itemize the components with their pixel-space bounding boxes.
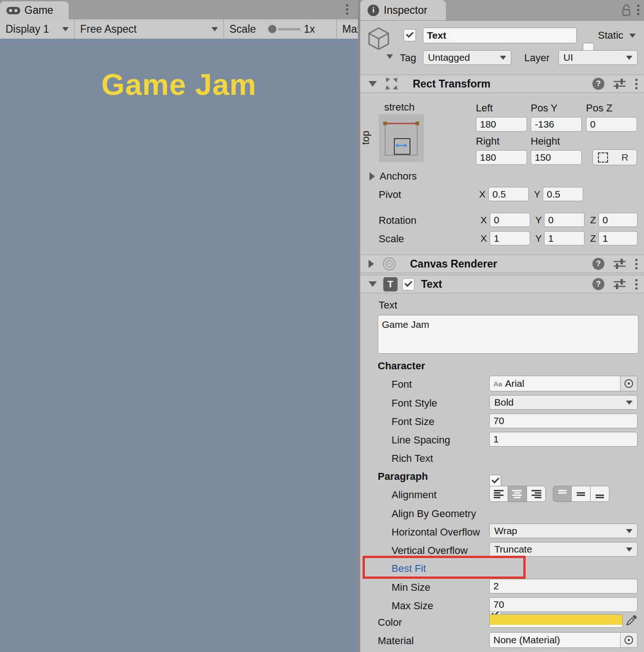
presets-icon[interactable]: [613, 77, 626, 90]
horizontal-overflow-value: Wrap: [494, 525, 517, 536]
rect-transform-header[interactable]: Rect Transform ?: [360, 75, 644, 93]
rotation-y-field[interactable]: 0: [544, 213, 585, 227]
raw-edit-mode-button[interactable]: R: [613, 149, 637, 165]
object-picker-button[interactable]: [620, 633, 637, 647]
scale-label: Scale: [379, 233, 404, 245]
presets-icon[interactable]: [613, 257, 626, 270]
best-fit-label: Best Fit: [392, 563, 426, 575]
eyedropper-icon[interactable]: [626, 614, 638, 626]
inspector-menu-kebab-icon[interactable]: [637, 5, 639, 15]
color-alpha-bar: [490, 625, 622, 627]
rect-transform-tool-icon: [384, 76, 399, 91]
text-value-textarea[interactable]: Game Jam: [378, 315, 638, 354]
canvas-renderer-header[interactable]: Canvas Renderer ?: [360, 255, 644, 273]
help-icon[interactable]: ?: [592, 78, 604, 90]
pivot-y-field[interactable]: 0.5: [543, 187, 583, 201]
alignment-label: Alignment: [392, 489, 437, 501]
posz-field[interactable]: 0: [586, 117, 637, 132]
max-size-field[interactable]: 70: [489, 597, 638, 612]
rotation-z-field[interactable]: 0: [598, 213, 638, 227]
tab-game[interactable]: Game: [0, 1, 69, 19]
maximize-button[interactable]: Max: [337, 19, 358, 39]
align-by-geometry-label: Align By Geometry: [392, 508, 476, 520]
text-component-title: Text: [421, 278, 442, 291]
height-field[interactable]: 150: [531, 150, 582, 165]
max-size-label: Max Size: [392, 600, 433, 612]
rotation-y-label: Y: [535, 215, 542, 226]
align-bottom-button[interactable]: [591, 486, 609, 502]
help-icon[interactable]: ?: [592, 258, 604, 270]
right-field[interactable]: 180: [476, 150, 527, 165]
font-style-value: Bold: [494, 397, 514, 408]
scale-slider-track[interactable]: [278, 28, 300, 30]
static-dropdown-icon[interactable]: [629, 34, 636, 38]
anchors-label: Anchors: [380, 170, 417, 182]
pivot-y-label: Y: [534, 189, 540, 200]
pivot-x-field[interactable]: 0.5: [488, 187, 529, 201]
align-top-button[interactable]: [553, 486, 572, 502]
layer-dropdown[interactable]: UI: [558, 50, 638, 65]
component-menu-kebab-icon[interactable]: [635, 259, 638, 269]
left-label: Left: [476, 102, 493, 114]
material-object-field[interactable]: None (Material): [489, 632, 638, 648]
text-enabled-checkbox[interactable]: [402, 278, 415, 291]
rotation-x-field[interactable]: 0: [490, 213, 530, 227]
align-center-button[interactable]: [508, 486, 527, 502]
color-swatch[interactable]: [489, 614, 623, 628]
gameobject-cube-icon: [366, 26, 391, 52]
line-spacing-field[interactable]: 1: [489, 432, 638, 447]
foldout-expanded-icon[interactable]: [369, 281, 377, 287]
horizontal-overflow-dropdown[interactable]: Wrap: [489, 524, 638, 538]
gameobject-icon-dropdown-icon[interactable]: [386, 54, 393, 59]
rect-transform-title: Rect Transform: [413, 78, 491, 90]
right-label: Right: [476, 135, 499, 147]
align-right-button[interactable]: [527, 486, 546, 502]
vertical-overflow-dropdown[interactable]: Truncate: [489, 542, 638, 557]
scale-z-field[interactable]: 1: [598, 231, 638, 245]
align-left-button[interactable]: [489, 486, 508, 502]
posz-label: Pos Z: [586, 102, 612, 114]
presets-icon[interactable]: [613, 278, 626, 291]
gameobject-name-field[interactable]: Text: [423, 28, 577, 43]
tab-inspector[interactable]: i Inspector: [360, 0, 446, 20]
canvas-renderer-title: Canvas Renderer: [410, 258, 497, 270]
foldout-collapsed-icon[interactable]: [369, 260, 374, 268]
font-style-dropdown[interactable]: Bold: [489, 395, 638, 410]
tag-dropdown[interactable]: Untagged: [423, 50, 511, 65]
font-size-field[interactable]: 70: [489, 413, 638, 428]
game-toolbar: Display 1 Free Aspect Scale 1x Max: [0, 19, 358, 39]
text-value-label: Text: [379, 299, 397, 311]
gameobject-active-checkbox[interactable]: [404, 29, 416, 41]
lock-open-icon[interactable]: [621, 4, 632, 17]
align-middle-button[interactable]: [572, 486, 591, 502]
object-picker-icon: [624, 635, 634, 645]
vertical-overflow-value: Truncate: [494, 544, 532, 555]
text-component-header[interactable]: T Text ?: [360, 275, 644, 293]
blueprint-mode-button[interactable]: [592, 149, 614, 165]
posy-label: Pos Y: [531, 102, 557, 114]
horizontal-alignment-group: [489, 486, 546, 502]
left-field[interactable]: 180: [476, 117, 527, 132]
font-value: Arial: [505, 378, 524, 389]
component-menu-kebab-icon[interactable]: [635, 279, 638, 290]
aspect-dropdown[interactable]: Free Aspect: [75, 19, 224, 39]
object-picker-icon: [624, 378, 634, 389]
rotation-z-label: Z: [590, 215, 596, 226]
font-object-field[interactable]: Aa Arial: [489, 376, 638, 391]
scale-x-field[interactable]: 1: [490, 231, 530, 245]
anchor-preset-widget[interactable]: [379, 114, 424, 162]
help-icon[interactable]: ?: [592, 278, 604, 290]
scale-y-field[interactable]: 1: [544, 231, 585, 245]
rich-text-checkbox[interactable]: [489, 475, 501, 487]
anchors-foldout-icon[interactable]: [369, 172, 375, 180]
posy-field[interactable]: -136: [531, 117, 582, 132]
foldout-expanded-icon[interactable]: [369, 81, 377, 87]
component-menu-kebab-icon[interactable]: [635, 79, 638, 89]
object-picker-button[interactable]: [620, 376, 637, 391]
game-menu-kebab-icon[interactable]: [345, 4, 348, 15]
chevron-down-icon: [211, 27, 218, 31]
scale-slider-knob[interactable]: [268, 25, 276, 33]
display-dropdown[interactable]: Display 1: [0, 19, 75, 39]
min-size-field[interactable]: 2: [489, 579, 638, 594]
chevron-down-icon: [62, 27, 69, 31]
